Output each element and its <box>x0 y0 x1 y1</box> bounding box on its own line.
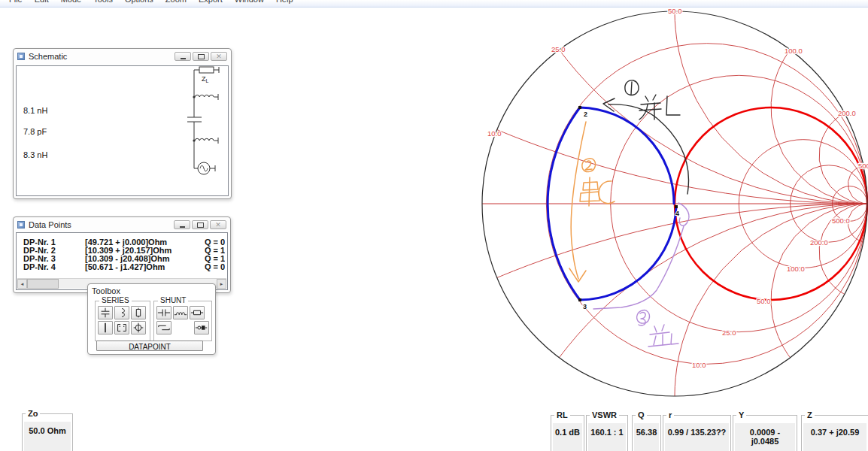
circuit-drawing: ZL <box>17 66 228 194</box>
data-points-list: DP-Nr. 1[49.721 + j0.000]OhmQ = 0DP-Nr. … <box>17 238 227 271</box>
shunt-transformer-button[interactable] <box>194 321 209 334</box>
inductor-symbol <box>195 95 214 97</box>
vswr-value: 160.1 : 1 <box>588 423 626 451</box>
gamma-box: r 0.99 / 135.23?? <box>663 415 731 451</box>
rl-box: RL 0.1 dB <box>551 415 584 451</box>
toolbox-title: Toolbox <box>92 286 120 295</box>
menu-item-tools[interactable]: Tools <box>87 0 119 7</box>
step-1-shunt-inductor-stroke <box>645 96 648 101</box>
step-2-series-capacitor-stroke <box>589 177 590 206</box>
rl-value: 0.1 dB <box>553 423 582 451</box>
menu-item-help[interactable]: Help <box>270 0 299 7</box>
series-line-button[interactable] <box>98 321 113 334</box>
step-1-shunt-inductor-stroke <box>631 82 632 95</box>
series-transformer-icon <box>132 322 145 334</box>
window-icon <box>17 221 25 229</box>
maximize-button[interactable] <box>192 220 208 229</box>
scroll-right-button[interactable]: ► <box>217 279 226 289</box>
step-3-shunt-inductor-stroke <box>650 332 669 334</box>
vswr-box: VSWR 160.1 : 1 <box>586 415 628 451</box>
toolbox-window: Toolbox SERIES SHUNT DATAPOINT <box>87 283 216 355</box>
maximize-button[interactable] <box>193 52 209 61</box>
menu-item-edit[interactable]: Edit <box>29 0 55 7</box>
menu-item-window[interactable]: Window <box>229 0 270 7</box>
shunt-transformer-icon <box>195 322 208 334</box>
z-box: Z 0.37 + j20.59 <box>801 415 868 451</box>
scrollbar-thumb[interactable] <box>27 279 59 289</box>
series-line-icon <box>99 322 112 334</box>
schematic-title: Schematic <box>29 52 67 61</box>
y-box: Y 0.0009 - j0.0485 <box>733 415 797 451</box>
series-inductor-icon <box>115 307 129 319</box>
step-3-shunt-inductor-stroke <box>654 326 657 332</box>
menu-item-export[interactable]: Export <box>193 0 229 7</box>
rl-label: RL <box>554 410 570 419</box>
reactance-label: 200.0 <box>838 109 856 117</box>
step-2-series-capacitor-stroke <box>583 182 598 190</box>
shunt-stub-icon <box>157 322 171 334</box>
datapoint-marker-4 <box>675 205 678 208</box>
reactance-label: 100.0 <box>785 47 803 55</box>
shunt-capacitor-button[interactable] <box>156 306 171 319</box>
series-coupled-line-icon <box>115 322 129 334</box>
shunt-capacitor-icon <box>157 307 171 319</box>
close-button[interactable]: ✕ <box>211 52 227 61</box>
menu-item-mode[interactable]: Mode <box>55 0 88 7</box>
series-resistor-button[interactable] <box>131 306 146 319</box>
data-points-titlebar[interactable]: Data Points ✕ <box>14 217 230 232</box>
step-2-series-capacitor-stroke <box>571 122 586 279</box>
inductor-symbol <box>195 138 214 141</box>
reactance-label: 25.0 <box>551 45 566 53</box>
close-button[interactable]: ✕ <box>210 220 226 229</box>
q-value: 56.38 <box>634 423 659 451</box>
menu-item-options[interactable]: Options <box>119 0 159 7</box>
series-capacitor-button[interactable] <box>98 306 113 319</box>
z-label: Z <box>805 410 815 419</box>
data-points-title: Data Points <box>29 220 71 229</box>
zo-box: Zo 50.0 Ohm <box>22 413 73 451</box>
datapoint-button[interactable]: DATAPOINT <box>96 341 203 351</box>
zo-label: Zo <box>26 409 40 418</box>
series-group-label: SERIES <box>99 296 132 304</box>
shunt-resistor-button[interactable] <box>190 306 205 319</box>
datapoint-number-label: 3 <box>583 303 587 310</box>
schematic-titlebar[interactable]: Schematic ✕ <box>14 49 231 64</box>
shunt-group-label: SHUNT <box>158 296 188 304</box>
shunt-inductor-icon <box>174 307 187 319</box>
scroll-left-button[interactable]: ◄ <box>17 279 27 289</box>
step-1-shunt-inductor-stroke <box>666 96 680 115</box>
reactance-label: 100.0 <box>787 265 805 273</box>
z-value: 0.37 + j20.59 <box>803 423 866 451</box>
load-resistor-symbol <box>199 67 214 73</box>
window-icon <box>17 53 25 60</box>
step-3-shunt-inductor-stroke <box>662 325 664 331</box>
menu-bar: FileEditModeToolsOptionsZoomExportWindow… <box>0 0 868 8</box>
series-coupled-line-button[interactable] <box>114 321 129 334</box>
q-label: Q <box>636 410 647 419</box>
schematic-canvas[interactable]: 8.1 nH 7.8 pF 8.3 nH <box>16 65 229 196</box>
q-box: Q 56.38 <box>632 415 661 451</box>
reactance-label: 500.0 <box>832 216 850 225</box>
series-inductor-button[interactable] <box>114 306 129 319</box>
datapoint-marker-3 <box>578 298 581 301</box>
minimize-button[interactable] <box>174 220 190 229</box>
reactance-label: 50.0 <box>757 297 771 305</box>
gamma-label: r <box>666 410 674 419</box>
step-3-shunt-inductor-stroke <box>671 334 678 344</box>
toolbox-titlebar[interactable]: Toolbox <box>88 284 215 297</box>
menu-item-file[interactable]: File <box>3 0 29 7</box>
capacitor-symbol <box>187 117 202 122</box>
reactance-arc--100 <box>771 204 867 358</box>
y-value: 0.0009 - j0.0485 <box>735 423 795 451</box>
shunt-inductor-button[interactable] <box>173 306 188 319</box>
minimize-button[interactable] <box>175 52 191 61</box>
datapoint-number-label: 2 <box>584 110 587 118</box>
dp-q: Q = 1 <box>205 255 225 263</box>
series-transformer-button[interactable] <box>131 321 146 334</box>
step-1-shunt-inductor-stroke <box>653 95 656 100</box>
shunt-stub-button[interactable] <box>156 321 171 334</box>
step-3-shunt-inductor-stroke <box>648 344 670 347</box>
data-points-window: Data Points ✕ DP-Nr. 1[49.721 + j0.000]O… <box>13 216 231 293</box>
menu-item-zoom[interactable]: Zoom <box>159 0 193 7</box>
series-capacitor-icon <box>99 307 112 319</box>
